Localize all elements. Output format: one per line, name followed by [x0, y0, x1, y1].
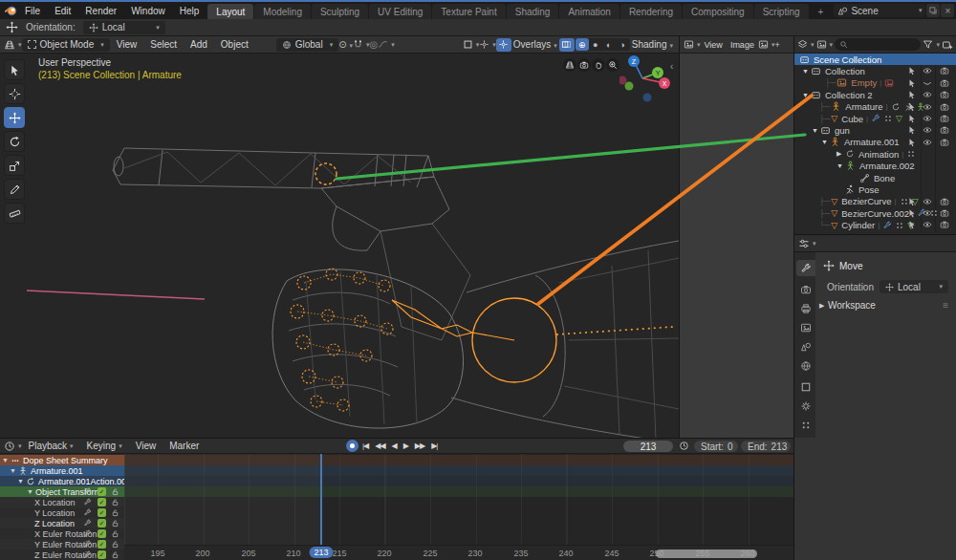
outliner-filter-icon[interactable]	[923, 39, 940, 50]
scale-tool-button[interactable]	[4, 155, 25, 176]
channel-z-euler-rotation[interactable]: Z Euler Rotation ✓	[0, 549, 124, 560]
render-visibility-icon[interactable]	[940, 197, 949, 206]
timeline-menu-playback[interactable]: Playback	[22, 439, 80, 453]
channel-modifier-icon[interactable]	[83, 540, 92, 549]
image-browse-icon[interactable]	[758, 39, 775, 50]
channel-modifier-icon[interactable]	[83, 487, 92, 496]
selectable-icon[interactable]	[907, 102, 917, 112]
timeline-menu-marker[interactable]: Marker	[163, 439, 206, 453]
hide-eye-icon[interactable]	[923, 90, 932, 99]
mode-dropdown[interactable]: Object Mode	[22, 38, 110, 52]
action-data-icon[interactable]	[891, 102, 901, 112]
channel-enable-checkbox[interactable]: ✓	[98, 498, 106, 506]
jump-to-end-button[interactable]: ▶|	[428, 442, 440, 450]
hide-eye-icon[interactable]	[923, 197, 932, 206]
outliner-row-collection[interactable]: ▼ Collection	[794, 65, 956, 76]
tab-uv-editing[interactable]: UV Editing	[369, 4, 431, 19]
tab-render[interactable]	[796, 281, 815, 297]
tab-rendering[interactable]: Rendering	[620, 4, 682, 19]
active-tool-panel-header[interactable]: Move	[823, 260, 862, 271]
timeline-menu-keying[interactable]: Keying	[80, 439, 129, 453]
frame-end-field[interactable]: End:213	[741, 441, 791, 452]
tab-scripting[interactable]: Scripting	[754, 4, 809, 19]
channel-modifier-icon[interactable]	[83, 508, 92, 517]
outliner-search-field[interactable]	[851, 40, 916, 50]
outliner-row-pose[interactable]: Pose	[794, 183, 956, 195]
overlays-dropdown[interactable]: Overlays	[511, 39, 559, 50]
auto-keyframe-record-button[interactable]	[346, 440, 358, 452]
menu-render[interactable]: Render	[78, 2, 123, 19]
render-visibility-icon[interactable]	[940, 220, 949, 229]
channel-enable-checkbox[interactable]: ✓	[98, 508, 106, 517]
outliner-row-beziercurve-002[interactable]: ├─ ▽ BezierCurve.002 |	[794, 207, 956, 219]
outliner-row-armature[interactable]: ├─ Armature |	[794, 101, 956, 113]
outliner-row-beziercurve[interactable]: ├─ ▽ BezierCurve | ▽	[794, 196, 956, 207]
tab-layout[interactable]: Layout	[207, 4, 253, 19]
shading-rendered-button[interactable]: ◑	[616, 38, 629, 51]
hide-eye-closed-icon[interactable]	[923, 78, 932, 88]
playhead-line[interactable]	[320, 454, 322, 545]
outliner-display-mode-icon[interactable]	[816, 39, 834, 50]
expand-icon[interactable]: ▼	[812, 127, 820, 134]
image-editor-body[interactable]	[679, 54, 793, 438]
menu-window[interactable]: Window	[124, 2, 172, 19]
frame-start-field[interactable]: Start:0	[694, 441, 738, 452]
viewport-menu-view[interactable]: View	[110, 36, 144, 53]
channel-enable-checkbox[interactable]: ✓	[98, 550, 106, 559]
unlink-scene-icon[interactable]: ×	[941, 4, 954, 17]
outliner-row-collection-2[interactable]: ▼ Collection 2	[794, 89, 956, 100]
expand-icon[interactable]: ▼	[821, 139, 830, 145]
modifier-wrench-icon[interactable]	[882, 221, 892, 230]
camera-view-button[interactable]	[577, 58, 591, 72]
hide-eye-icon[interactable]	[923, 125, 932, 135]
render-visibility-icon[interactable]	[940, 66, 949, 75]
shading-wireframe-button[interactable]: ⊕	[576, 38, 589, 51]
select-box-tool-button[interactable]	[4, 59, 25, 80]
tab-view-layer[interactable]	[796, 319, 815, 335]
hide-eye-icon[interactable]	[923, 220, 932, 229]
add-workspace-button[interactable]: +	[810, 4, 833, 19]
viewport-menu-select[interactable]: Select	[143, 36, 184, 53]
tab-scene[interactable]	[796, 338, 815, 355]
new-collection-icon[interactable]	[942, 39, 953, 51]
image-data-icon[interactable]	[884, 78, 894, 88]
tab-sculpting[interactable]: Sculpting	[312, 4, 368, 19]
hide-eye-icon[interactable]	[923, 208, 932, 218]
editor-type-timeline-icon[interactable]	[4, 441, 22, 452]
xray-toggle[interactable]	[559, 38, 575, 52]
tool-orientation-dropdown[interactable]: Local	[83, 21, 165, 34]
object-visibility-dropdown-icon[interactable]	[463, 39, 480, 50]
outliner-row-cube[interactable]: ├─ ▽ Cube | ▽	[794, 113, 956, 124]
tab-animation[interactable]: Animation	[559, 4, 619, 19]
menu-help[interactable]: Help	[173, 2, 206, 19]
shading-dropdown[interactable]: Shading	[630, 39, 675, 50]
channel-lock-icon[interactable]	[111, 529, 120, 538]
outliner-row-scene-collection[interactable]: Scene Collection	[794, 54, 956, 65]
tab-compositing[interactable]: Compositing	[683, 4, 753, 19]
tab-object[interactable]	[796, 378, 815, 395]
gizmo-minus-x-axis[interactable]	[619, 76, 627, 85]
selectable-icon[interactable]	[907, 197, 917, 206]
channel-lock-icon[interactable]	[111, 508, 120, 517]
expand-icon[interactable]: ▼	[836, 162, 845, 169]
current-frame-field[interactable]: 213	[623, 441, 673, 452]
gizmo-z-axis[interactable]: Z	[632, 58, 637, 65]
tab-particles[interactable]	[796, 417, 815, 433]
show-gizmo-toggle[interactable]	[496, 38, 511, 52]
editor-type-3d-icon[interactable]	[4, 39, 22, 51]
viewport-menu-add[interactable]: Add	[184, 36, 214, 53]
selectable-icon[interactable]	[907, 78, 917, 88]
channel-lock-icon[interactable]	[111, 519, 120, 528]
channel-enable-checkbox[interactable]: ✓	[98, 540, 106, 549]
collapse-region-arrow-icon[interactable]: ‹	[670, 61, 673, 72]
previous-keyframe-button[interactable]: ◀◀	[372, 442, 387, 450]
shading-solid-button[interactable]: ●	[589, 38, 602, 51]
channel-enable-checkbox[interactable]: ✓	[98, 529, 106, 538]
hide-eye-icon[interactable]	[923, 102, 932, 112]
falloff-curve-icon[interactable]	[378, 39, 395, 50]
render-visibility-icon[interactable]	[940, 114, 949, 123]
expand-icon[interactable]: ▼	[802, 68, 811, 75]
play-button[interactable]: ▶	[401, 442, 411, 450]
outliner-search-input[interactable]	[835, 38, 921, 51]
modifier-wrench-icon[interactable]	[871, 114, 880, 123]
